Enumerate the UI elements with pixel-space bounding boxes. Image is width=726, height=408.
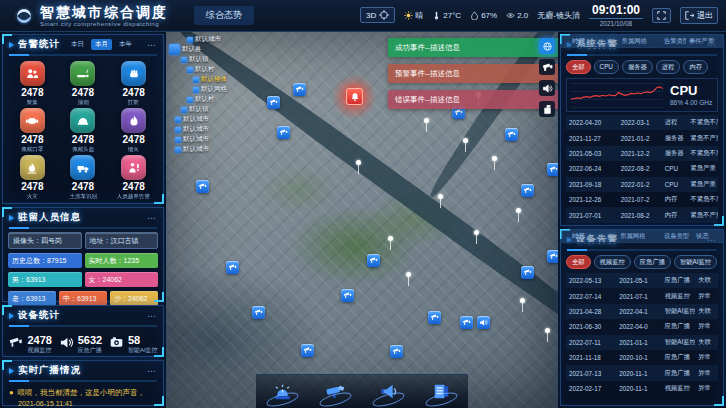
mask-icon[interactable] <box>20 108 45 133</box>
system-alarm-tab-0[interactable]: 全部 <box>566 60 591 74</box>
map-tool-cctv-icon[interactable] <box>539 59 555 75</box>
map-camera-marker[interactable] <box>367 254 380 267</box>
table-row[interactable]: 2022-06-242022-08-2CPU紧急严重 <box>566 161 718 176</box>
map-camera-marker[interactable] <box>428 311 441 324</box>
table-row[interactable]: 2021-04-282022-04-1智能AI监控失联 <box>566 304 718 319</box>
table-row[interactable]: 2022-02-172020-11-1视频监控异常 <box>566 381 718 396</box>
device-alarm-tab-1[interactable]: 视频监控 <box>594 255 631 269</box>
map-camera-marker[interactable] <box>226 261 239 274</box>
fullscreen-button[interactable] <box>652 8 671 23</box>
clock-time: 09:01:00 <box>589 4 643 19</box>
table-row[interactable]: 2021-07-012021-08-2内存紧急不严重 <box>566 207 718 222</box>
map-poi-dot[interactable] <box>516 208 521 213</box>
map-poi-dot[interactable] <box>545 328 550 333</box>
fight-icon[interactable] <box>121 61 146 86</box>
map-camera-marker[interactable] <box>341 289 354 302</box>
layer-tree-item[interactable]: 默认城市 <box>169 115 227 124</box>
table-row[interactable]: 2022-07-142021-07-1视频监控异常 <box>566 288 718 303</box>
person-alert-icon[interactable] <box>121 155 146 180</box>
map-camera-marker[interactable] <box>547 250 558 263</box>
map-camera-marker[interactable] <box>267 96 280 109</box>
map-poi-dot[interactable] <box>474 230 479 235</box>
map-tool-alarm-building-icon[interactable] <box>539 101 555 117</box>
layer-tree-item[interactable]: 默认城市 <box>169 145 227 154</box>
layer-tree-item[interactable]: 默认镇 <box>169 105 227 114</box>
alarm-tab-2[interactable]: 本年 <box>115 39 136 50</box>
table-row[interactable]: 2022-05-132021-05-1应急广播失联 <box>566 273 718 288</box>
map-poi-dot[interactable] <box>492 156 497 161</box>
alarm-tab-0[interactable]: 本日 <box>67 39 88 50</box>
map-camera-marker[interactable] <box>547 163 558 176</box>
map-camera-marker[interactable] <box>196 180 209 193</box>
panel-device-stats: 设备统计 ⋯ 2478视频监控 5632应急广播 58智能AI监控 <box>2 305 164 357</box>
map-camera-marker[interactable] <box>521 266 534 279</box>
event-toast-warning[interactable]: 预警事件--描述信息❯ <box>388 64 558 83</box>
system-alarm-tab-1[interactable]: CPU <box>594 60 619 74</box>
tab-overall-situation[interactable]: 综合态势 <box>194 6 254 25</box>
toolbar-siren-3d-icon[interactable] <box>265 378 301 406</box>
smoking-icon[interactable] <box>70 61 95 86</box>
table-row[interactable]: 2021-09-182022-01-2CPU紧急严重 <box>566 177 718 192</box>
crowd-icon[interactable] <box>20 61 45 86</box>
layer-tree-item[interactable]: 默认村 <box>169 95 227 104</box>
event-toast-error[interactable]: 错误事件--描述信息❯ <box>388 90 558 109</box>
layer-tree-item[interactable]: 默认网格 <box>169 85 227 94</box>
alert-marker[interactable] <box>346 88 363 105</box>
map-poi-dot[interactable] <box>424 118 429 123</box>
mode-3d-button[interactable]: 3D <box>360 7 395 23</box>
fire-icon[interactable] <box>20 155 45 180</box>
map-poi-dot[interactable] <box>520 298 525 303</box>
layer-tree-item[interactable]: 默认县 <box>169 45 227 54</box>
layer-tree-item[interactable]: 默认楼体 <box>169 75 227 84</box>
device-alarm-tab-0[interactable]: 全部 <box>566 255 591 269</box>
layer-tree-item[interactable]: 默认城市 <box>169 35 227 44</box>
truck-icon[interactable] <box>70 155 95 180</box>
layer-tree-item[interactable]: 默认城市 <box>169 125 227 134</box>
map-camera-marker[interactable] <box>293 83 306 96</box>
map-poi-dot[interactable] <box>356 160 361 165</box>
map-poi-dot[interactable] <box>388 236 393 241</box>
cpu-chart-value: 86% 4.00 GHz <box>670 99 712 106</box>
table-row[interactable]: 2022-07-112021-01-1智能AI监控失联 <box>566 335 718 350</box>
table-row[interactable]: 2022-04-202022-03-1进程不紧急不严重 <box>566 115 718 130</box>
exit-button[interactable]: 退出 <box>680 7 718 24</box>
event-toast-success[interactable]: 成功事件--描述信息❯ <box>388 38 558 57</box>
table-row[interactable]: 2021-11-182020-10-1应急广播异常 <box>566 350 718 365</box>
flame-icon[interactable] <box>121 108 146 133</box>
map-poi-dot[interactable] <box>463 138 468 143</box>
helmet-icon[interactable] <box>70 108 95 133</box>
table-row[interactable]: 2021-12-262021-07-2内存不紧急不严重 <box>566 192 718 207</box>
device-alarm-tab-2[interactable]: 应急广播 <box>634 255 671 269</box>
layer-node-icon <box>187 67 193 73</box>
layer-tree-item[interactable]: 默认镇 <box>169 55 227 64</box>
toolbar-horn-3d-icon[interactable] <box>371 378 407 406</box>
layer-tree-item[interactable]: 默认城市 <box>169 135 227 144</box>
map-camera-marker[interactable] <box>505 128 518 141</box>
system-alarm-tab-3[interactable]: 进程 <box>656 60 681 74</box>
table-row[interactable]: 2021-06-302022-04-0应急广播异常 <box>566 319 718 334</box>
system-alarm-tab-2[interactable]: 服务器 <box>622 60 653 74</box>
map-camera-marker[interactable] <box>390 345 403 358</box>
toolbar-cctv-3d-icon[interactable] <box>318 378 354 406</box>
map-tool-globe-icon[interactable] <box>539 38 555 54</box>
map-tool-speaker-icon[interactable] <box>539 80 555 96</box>
map-poi-dot[interactable] <box>406 272 411 277</box>
layer-tree-item[interactable]: 默认村 <box>169 65 227 74</box>
device-alarm-tab-3[interactable]: 智能AI监控 <box>674 255 717 269</box>
map-tool-stack <box>539 38 555 117</box>
table-row[interactable]: 2021-11-272021-01-2服务器紧急不严重 <box>566 130 718 145</box>
map-camera-marker[interactable] <box>252 306 265 319</box>
alarm-tab-1[interactable]: 本月 <box>91 39 112 50</box>
alarm-stat-item: 2478 土渣车识别 <box>58 155 109 200</box>
city-map-3d[interactable]: 默认城市 默认县 默认镇 默认村 默认楼体 默认网格 默认村 默认镇 默认城市 … <box>166 32 558 408</box>
table-row[interactable]: 2021-07-132020-11-1应急广播异常 <box>566 365 718 380</box>
map-camera-marker[interactable] <box>301 344 314 357</box>
map-speaker-marker[interactable] <box>477 316 490 329</box>
map-poi-dot[interactable] <box>438 194 443 199</box>
map-camera-marker[interactable] <box>277 126 290 139</box>
table-row[interactable]: 2021-05-032021-12-2服务器不紧急不严重 <box>566 146 718 161</box>
toolbar-console-3d-icon[interactable] <box>424 378 460 406</box>
map-camera-marker[interactable] <box>521 184 534 197</box>
map-camera-marker[interactable] <box>460 316 473 329</box>
system-alarm-tab-4[interactable]: 内存 <box>683 60 708 74</box>
